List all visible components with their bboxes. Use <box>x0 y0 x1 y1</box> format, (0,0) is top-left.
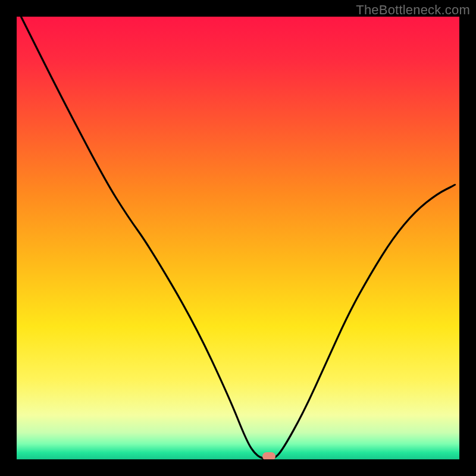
watermark-label: TheBottleneck.com <box>356 2 470 18</box>
bottleneck-curve <box>17 17 459 459</box>
plot-area <box>17 17 459 459</box>
min-marker <box>262 452 275 459</box>
chart-stage: TheBottleneck.com <box>0 0 476 476</box>
